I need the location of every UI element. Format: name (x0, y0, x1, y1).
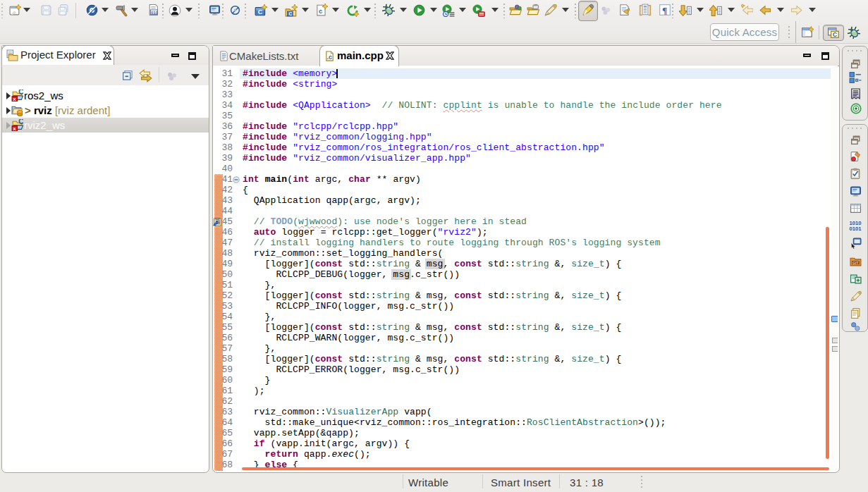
svg-text:C: C (833, 31, 837, 38)
svg-text:GIT: GIT (852, 261, 859, 265)
svg-text:c: c (319, 8, 322, 16)
svg-text:010: 010 (151, 11, 159, 15)
svg-text:0101: 0101 (850, 226, 862, 232)
svg-text:C: C (288, 11, 292, 16)
svg-text:.c: .c (327, 54, 332, 61)
svg-text:C: C (258, 8, 263, 16)
svg-text:¶: ¶ (662, 5, 667, 16)
